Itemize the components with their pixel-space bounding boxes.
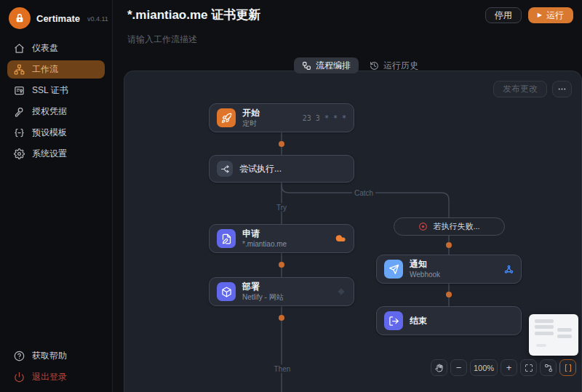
sidebar-item-dashboard[interactable]: 仪表盘 bbox=[7, 39, 105, 57]
zoom-in-button[interactable]: + bbox=[501, 359, 517, 376]
file-pen-icon bbox=[217, 229, 236, 248]
add-node-dot[interactable] bbox=[446, 242, 452, 248]
node-title: 若执行失败... bbox=[433, 221, 479, 232]
tab-run-history[interactable]: 运行历史 bbox=[362, 57, 426, 73]
minimap-node bbox=[535, 319, 554, 323]
dashboard-icon bbox=[14, 43, 25, 54]
sidebar-item-label: 获取帮助 bbox=[32, 350, 67, 362]
node-start[interactable]: 开始 定时 23 3 * * * bbox=[209, 103, 354, 132]
lock-logo-icon bbox=[9, 7, 31, 29]
sidebar-item-workflows[interactable]: 工作流 bbox=[7, 60, 105, 79]
node-apply-certificate[interactable]: 申请 *.miantiao.me bbox=[209, 224, 354, 253]
disable-workflow-button[interactable]: 停用 bbox=[485, 7, 522, 23]
view-tabs: 流程编排 运行历史 bbox=[294, 57, 426, 73]
sidebar-item-label: 退出登录 bbox=[32, 371, 67, 383]
netlify-icon bbox=[336, 287, 346, 297]
sidebar-item-templates[interactable]: 预设模板 bbox=[7, 124, 105, 142]
exit-icon bbox=[384, 311, 403, 330]
certificate-icon bbox=[14, 85, 25, 96]
minimap-node bbox=[557, 335, 572, 338]
app-version: v0.4.11 bbox=[87, 14, 108, 23]
node-subtitle: Netlify - 网站 bbox=[242, 293, 284, 302]
run-workflow-button[interactable]: ▶ 运行 bbox=[528, 7, 573, 23]
node-title: 部署 bbox=[242, 281, 284, 292]
add-node-dot[interactable] bbox=[279, 315, 284, 321]
branch-label-catch: Catch bbox=[352, 189, 375, 197]
more-options-button[interactable] bbox=[552, 81, 572, 97]
node-text: 申请 *.miantiao.me bbox=[242, 228, 287, 248]
sidebar-item-label: 预设模板 bbox=[32, 127, 67, 139]
pan-tool-button[interactable] bbox=[431, 359, 447, 376]
minimap-node bbox=[535, 332, 554, 335]
node-try-catch[interactable]: 尝试执行... bbox=[209, 155, 354, 183]
node-notify[interactable]: 通知 Webhook bbox=[376, 255, 522, 284]
package-icon bbox=[217, 282, 236, 301]
add-node-dot[interactable] bbox=[446, 292, 452, 297]
cloudflare-icon bbox=[335, 233, 346, 244]
sidebar-item-ssl-certificates[interactable]: SSL 证书 bbox=[7, 81, 105, 100]
sidebar-item-credentials[interactable]: 授权凭据 bbox=[7, 103, 105, 121]
header-actions: 停用 ▶ 运行 bbox=[485, 7, 573, 23]
node-subtitle: Webhook bbox=[410, 271, 440, 279]
rocket-icon bbox=[217, 108, 236, 127]
tab-process-editor[interactable]: 流程编排 bbox=[294, 57, 359, 73]
node-text: 开始 定时 bbox=[242, 108, 260, 127]
auto-layout-button[interactable] bbox=[540, 359, 557, 376]
sidebar-item-settings[interactable]: 系统设置 bbox=[7, 145, 105, 163]
minimap-node bbox=[536, 344, 546, 347]
node-end[interactable]: 结束 bbox=[376, 306, 522, 335]
send-icon bbox=[384, 260, 403, 279]
node-title: 申请 bbox=[242, 228, 287, 239]
sidebar-item-logout[interactable]: 退出登录 bbox=[7, 368, 105, 386]
circle-dot-icon bbox=[418, 222, 428, 231]
sidebar-item-label: 工作流 bbox=[32, 63, 58, 76]
settings-icon bbox=[14, 148, 25, 159]
minus-icon: − bbox=[456, 362, 462, 373]
node-subtitle: 定时 bbox=[242, 119, 260, 128]
branch-label-try: Try bbox=[274, 204, 289, 212]
certimate-app: Certimate v0.4.11 仪表盘 工作流 SSL 证书 授权凭据 bbox=[0, 0, 582, 392]
node-on-failure[interactable]: 若执行失败... bbox=[394, 217, 505, 236]
node-deploy[interactable]: 部署 Netlify - 网站 bbox=[209, 277, 354, 306]
workflow-name[interactable]: *.miantiao.me 证书更新 bbox=[127, 7, 260, 23]
tab-label: 流程编排 bbox=[316, 60, 351, 72]
app-name: Certimate bbox=[36, 13, 80, 24]
sidebar-nav: 仪表盘 工作流 SSL 证书 授权凭据 预设模板 系统设置 bbox=[0, 38, 112, 164]
app-logo[interactable]: Certimate v0.4.11 bbox=[0, 0, 112, 38]
node-title: 结束 bbox=[410, 316, 427, 326]
tab-label: 运行历史 bbox=[383, 60, 418, 72]
workflow-icon bbox=[14, 64, 25, 75]
add-node-dot[interactable] bbox=[279, 141, 284, 147]
canvas-minimap[interactable] bbox=[529, 314, 578, 356]
sidebar-footer-nav: 获取帮助 退出登录 bbox=[0, 345, 112, 392]
node-title: 尝试执行... bbox=[239, 164, 282, 174]
sidebar: Certimate v0.4.11 仪表盘 工作流 SSL 证书 授权凭据 bbox=[0, 0, 113, 392]
plus-icon: + bbox=[506, 362, 512, 373]
history-icon bbox=[370, 61, 379, 71]
fit-view-button[interactable] bbox=[520, 359, 537, 376]
power-icon bbox=[14, 372, 25, 383]
workflow-description-placeholder[interactable]: 请输入工作流描述 bbox=[127, 33, 197, 46]
add-node-dot[interactable] bbox=[279, 262, 284, 268]
minimap-node bbox=[557, 328, 572, 332]
sidebar-spacer bbox=[0, 164, 112, 345]
code-view-button[interactable] bbox=[559, 359, 576, 376]
lock-icon bbox=[14, 12, 25, 24]
canvas-toolbar: − 100% + bbox=[431, 359, 576, 376]
brackets-icon bbox=[564, 364, 573, 372]
workflow-editor-icon bbox=[302, 61, 311, 71]
node-text: 通知 Webhook bbox=[410, 259, 440, 279]
publish-changes-button[interactable]: 发布更改 bbox=[493, 81, 547, 97]
split-branch-icon bbox=[217, 161, 233, 177]
webhook-icon bbox=[504, 265, 514, 274]
node-text: 尝试执行... bbox=[239, 164, 282, 174]
sidebar-item-label: 授权凭据 bbox=[32, 105, 67, 118]
zoom-level-button[interactable]: 100% bbox=[470, 359, 498, 376]
ellipsis-icon bbox=[557, 84, 567, 94]
node-title: 通知 bbox=[410, 259, 440, 269]
zoom-out-button[interactable]: − bbox=[450, 359, 467, 376]
node-subtitle: *.miantiao.me bbox=[242, 240, 287, 249]
play-icon: ▶ bbox=[538, 12, 542, 18]
sidebar-item-help[interactable]: 获取帮助 bbox=[7, 347, 105, 365]
sidebar-item-label: 系统设置 bbox=[32, 148, 67, 160]
